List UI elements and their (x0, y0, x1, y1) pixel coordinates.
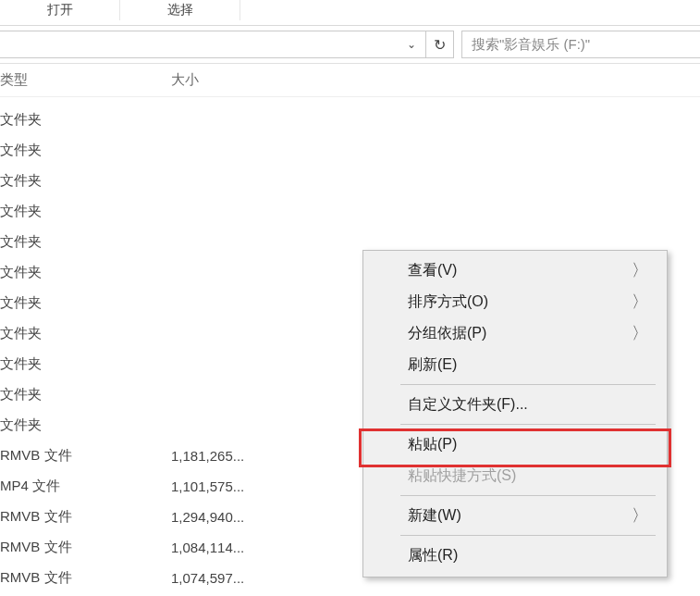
menu-separator (400, 495, 656, 496)
cell-type: 文件夹 (0, 294, 171, 312)
search-placeholder: 搜索"影音娱乐 (F:)" (472, 36, 590, 54)
menu-label: 刷新(E) (408, 355, 457, 375)
ribbon-toolbar: 打开 选择 (0, 0, 700, 26)
menu-label: 新建(W) (408, 506, 461, 526)
chevron-right-icon: 〉 (632, 291, 648, 313)
list-item[interactable]: 文件夹 (0, 105, 700, 135)
cell-type: 文件夹 (0, 416, 171, 434)
menu-label: 排序方式(O) (408, 292, 488, 312)
column-header-type[interactable]: 类型 (0, 71, 171, 89)
menu-customize-folder[interactable]: 自定义文件夹(F)... (365, 389, 665, 420)
cell-size: 1,074,597... (171, 570, 319, 586)
cell-type: 文件夹 (0, 172, 171, 190)
chevron-right-icon: 〉 (632, 504, 648, 527)
cell-type: 文件夹 (0, 142, 171, 159)
context-menu: 查看(V) 〉 排序方式(O) 〉 分组依据(P) 〉 刷新(E) 自定义文件夹… (362, 250, 668, 577)
menu-sort[interactable]: 排序方式(O) 〉 (365, 286, 665, 317)
menu-new[interactable]: 新建(W) 〉 (365, 500, 665, 531)
select-button[interactable]: 选择 (120, 0, 240, 20)
menu-label: 属性(R) (408, 546, 458, 565)
refresh-icon: ↻ (434, 36, 446, 54)
cell-type: 文件夹 (0, 111, 171, 129)
cell-size: 1,101,575... (171, 478, 319, 494)
menu-label: 查看(V) (408, 261, 457, 280)
menu-separator (400, 535, 656, 536)
open-button[interactable]: 打开 (0, 0, 120, 20)
menu-view[interactable]: 查看(V) 〉 (365, 255, 665, 286)
column-header-size[interactable]: 大小 (171, 71, 319, 89)
cell-type: RMVB 文件 (0, 539, 171, 556)
menu-properties[interactable]: 属性(R) (365, 540, 665, 571)
cell-type: 文件夹 (0, 233, 171, 251)
menu-separator (400, 424, 656, 425)
menu-group[interactable]: 分组依据(P) 〉 (365, 317, 665, 349)
menu-paste-shortcut: 粘贴快捷方式(S) (365, 460, 665, 491)
cell-type: 文件夹 (0, 264, 171, 281)
cell-type: 文件夹 (0, 325, 171, 342)
cell-size: 1,181,265... (171, 448, 319, 464)
menu-label: 分组依据(P) (408, 324, 486, 343)
address-dropdown-icon[interactable]: ⌄ (403, 38, 420, 51)
menu-label: 自定义文件夹(F)... (408, 395, 528, 415)
column-headers: 类型 大小 (0, 64, 700, 97)
cell-type: 文件夹 (0, 386, 171, 404)
cell-type: 文件夹 (0, 355, 171, 373)
search-input[interactable]: 搜索"影音娱乐 (F:)" (461, 31, 700, 58)
cell-type: RMVB 文件 (0, 508, 171, 526)
menu-paste[interactable]: 粘贴(P) (365, 428, 665, 460)
cell-type: RMVB 文件 (0, 569, 171, 587)
cell-type: RMVB 文件 (0, 447, 171, 465)
refresh-button[interactable]: ↻ (426, 31, 454, 58)
chevron-right-icon: 〉 (632, 322, 648, 344)
cell-type: MP4 文件 (0, 478, 171, 495)
address-search-row: ⌄ ↻ 搜索"影音娱乐 (F:)" (0, 31, 700, 64)
list-item[interactable]: 文件夹 (0, 166, 700, 196)
list-item[interactable]: 文件夹 (0, 196, 700, 227)
cell-size: 1,294,940... (171, 509, 319, 525)
cell-size: 1,084,114... (171, 540, 319, 555)
list-item[interactable]: 文件夹 (0, 135, 700, 166)
cell-type: 文件夹 (0, 203, 171, 220)
menu-separator (400, 384, 656, 385)
menu-refresh[interactable]: 刷新(E) (365, 349, 665, 380)
menu-label: 粘贴快捷方式(S) (408, 466, 516, 486)
menu-label: 粘贴(P) (408, 435, 457, 454)
address-bar[interactable]: ⌄ (0, 31, 426, 58)
chevron-right-icon: 〉 (632, 259, 648, 281)
